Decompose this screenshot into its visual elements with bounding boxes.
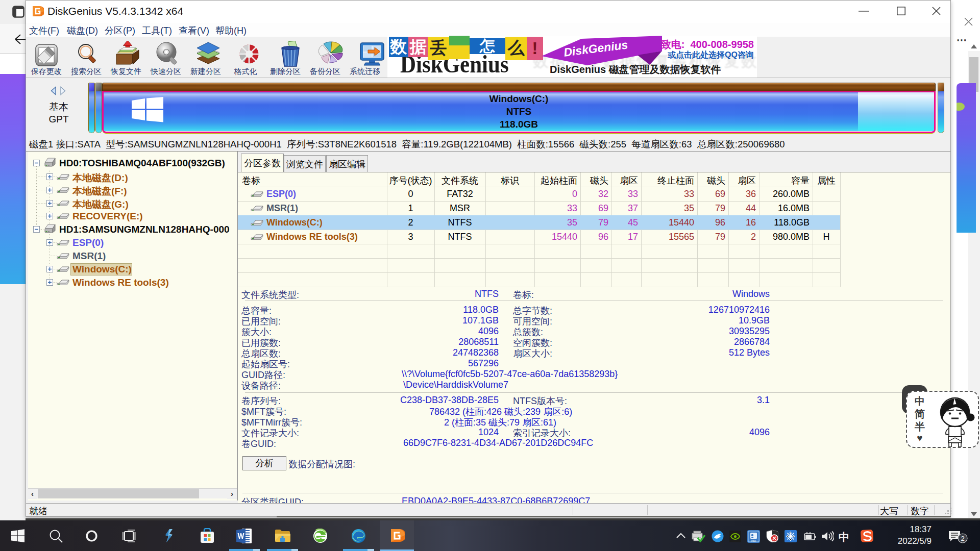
svg-text:2: 2 (961, 535, 964, 542)
svg-text:intel: intel (751, 539, 756, 542)
